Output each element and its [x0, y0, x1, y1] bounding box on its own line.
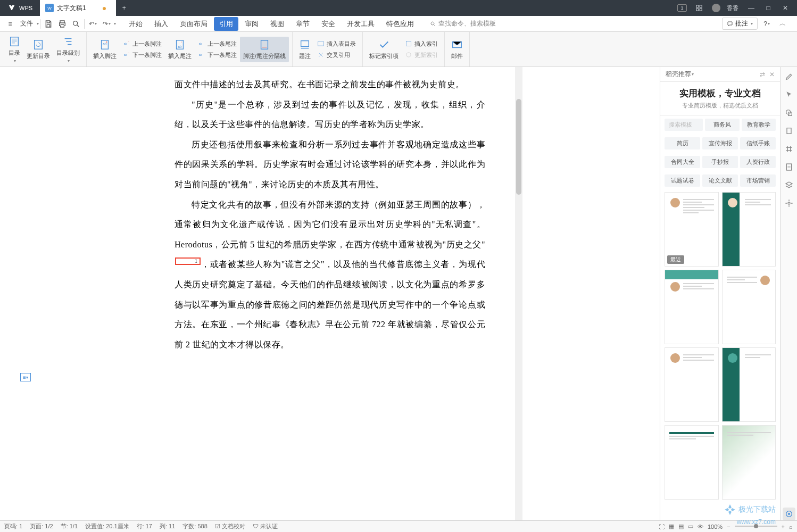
mail-icon	[451, 39, 463, 51]
caption-icon	[299, 39, 311, 51]
preview-icon[interactable]	[69, 17, 83, 31]
svg-text:i: i	[181, 41, 181, 44]
speech-icon	[727, 21, 733, 27]
tab-view[interactable]: 视图	[265, 17, 289, 31]
toc-level-button[interactable]: 目录级别▾	[53, 35, 83, 64]
update-idx-icon	[405, 51, 412, 59]
tab-modified-dot: ●	[102, 4, 106, 12]
svg-point-24	[406, 53, 411, 57]
help-icon[interactable]: ?▾	[760, 17, 774, 31]
close-button[interactable]: ✕	[778, 1, 793, 15]
svg-text:ab: ab	[124, 42, 127, 45]
update-index-button: 更新索引	[402, 50, 441, 60]
file-dropdown-icon: ▾	[37, 21, 39, 26]
tab-security[interactable]: 安全	[316, 17, 341, 31]
hamburger-icon[interactable]: ≡	[3, 17, 17, 31]
wps-logo: WPS	[0, 4, 40, 12]
qat-dropdown[interactable]: ▾	[114, 21, 116, 26]
tab-special[interactable]: 特色应用	[381, 17, 419, 31]
redo-icon[interactable]: ↷▾	[99, 17, 113, 31]
tab-developer[interactable]: 开发工具	[342, 17, 380, 31]
apps-icon[interactable]	[692, 1, 707, 15]
tab-references[interactable]: 引用	[214, 17, 238, 31]
svg-rect-20	[261, 40, 268, 49]
prev-en-icon: ab	[198, 40, 205, 47]
insert-figure-toc-button[interactable]: 插入表目录	[314, 39, 359, 49]
svg-rect-1	[700, 5, 702, 7]
collapse-ribbon-icon[interactable]: ︿	[776, 17, 790, 31]
command-search[interactable]: 查找命令、搜索模板	[430, 19, 496, 28]
new-tab-button[interactable]: +	[116, 0, 132, 16]
minimize-button[interactable]: —	[744, 1, 759, 15]
endnote-icon: abi	[174, 39, 186, 51]
figtoc-icon	[317, 40, 325, 47]
level-icon	[62, 36, 74, 47]
note-separator-button[interactable]: 脚注/尾注分隔线	[240, 37, 289, 62]
tab-layout[interactable]: 页面布局	[175, 17, 213, 31]
svg-rect-21	[301, 40, 309, 46]
prev-icon: ab←	[123, 40, 130, 47]
tab-review[interactable]: 审阅	[239, 17, 264, 31]
next-en-icon: ab	[198, 51, 205, 59]
svg-rect-0	[696, 5, 699, 7]
crossref-button[interactable]: 交叉引用	[314, 50, 359, 60]
refresh-icon	[32, 39, 44, 51]
user-avatar[interactable]	[709, 1, 724, 15]
svg-text:ab: ab	[199, 42, 202, 45]
svg-point-5	[431, 22, 434, 25]
tab-title: 文字文稿1	[57, 4, 86, 13]
tab-start[interactable]: 开始	[123, 17, 148, 31]
svg-rect-6	[11, 37, 19, 46]
mark-icon	[378, 39, 390, 51]
annotate-button[interactable]: 批注 ▾	[722, 18, 758, 30]
undo-icon[interactable]: ↶▾	[86, 17, 99, 31]
caption-button[interactable]: 题注	[296, 38, 314, 61]
tab-sections[interactable]: 章节	[290, 17, 315, 31]
print-icon[interactable]	[55, 17, 69, 31]
username: 香香	[727, 4, 738, 12]
save-icon[interactable]	[41, 17, 55, 31]
tab-insert[interactable]: 插入	[149, 17, 173, 31]
document-tab[interactable]: W 文字文稿1 ●	[40, 0, 116, 16]
crossref-icon	[317, 51, 325, 59]
svg-rect-7	[35, 40, 43, 49]
footnote-icon: ab1	[99, 39, 111, 51]
file-menu[interactable]: 文件	[17, 19, 36, 28]
svg-rect-23	[406, 41, 411, 46]
svg-text:→: →	[128, 52, 130, 54]
next-icon: ab→	[123, 51, 130, 59]
insert-footnote-button[interactable]: ab1 插入脚注	[90, 38, 120, 61]
svg-text:1: 1	[106, 41, 107, 44]
svg-text:ab: ab	[199, 53, 202, 56]
update-toc-button[interactable]: 更新目录	[23, 38, 53, 61]
mark-index-button[interactable]: 标记索引项	[366, 38, 402, 61]
separator-icon	[259, 39, 270, 51]
mail-button[interactable]: 邮件	[448, 38, 466, 61]
svg-rect-22	[318, 41, 324, 46]
svg-text:←: ←	[128, 41, 130, 43]
next-endnote-button[interactable]: ab下一条尾注	[195, 50, 240, 60]
window-counter[interactable]: 1	[675, 1, 690, 15]
index-icon	[405, 40, 412, 47]
toc-icon	[9, 36, 20, 47]
insert-index-button[interactable]: 插入索引	[402, 39, 441, 49]
svg-rect-3	[700, 9, 702, 11]
insert-endnote-button[interactable]: abi 插入尾注	[165, 38, 195, 61]
svg-text:ab: ab	[178, 45, 182, 48]
doc-icon: W	[45, 4, 54, 12]
toc-button[interactable]: 目录▾	[5, 35, 23, 64]
next-footnote-button[interactable]: ab→下一条脚注	[120, 50, 165, 60]
svg-point-4	[73, 21, 78, 25]
prev-endnote-button[interactable]: ab上一条尾注	[195, 39, 240, 49]
prev-footnote-button[interactable]: ab←上一条脚注	[120, 39, 165, 49]
maximize-button[interactable]: □	[761, 1, 776, 15]
svg-text:ab: ab	[124, 53, 127, 56]
svg-rect-2	[696, 9, 699, 11]
